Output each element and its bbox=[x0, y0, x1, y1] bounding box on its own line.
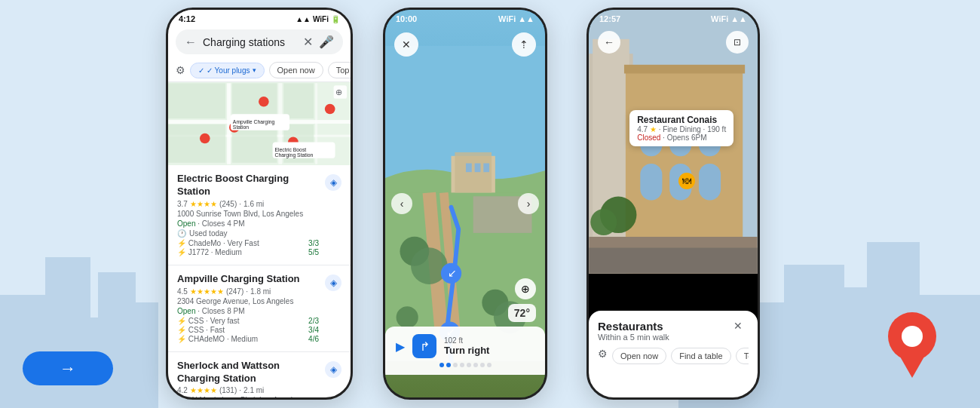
dot bbox=[487, 363, 492, 367]
result2-stars: ★★★★★ bbox=[190, 287, 224, 296]
top-rated-chip[interactable]: Top rated bbox=[328, 62, 351, 78]
phone3-time: 12:57 bbox=[599, 14, 620, 23]
phone2-share-button[interactable]: ⇡ bbox=[512, 32, 536, 57]
result2-meta: 4.5 ★★★★★ (247) · 1.8 mi bbox=[177, 287, 319, 296]
result2-charger2: ⚡ CSS · Fast 3/4 bbox=[177, 326, 319, 334]
phone1-status-icons: ▲▲ WiFi 🔋 bbox=[296, 15, 340, 23]
phone3-info-bubble[interactable]: Restaurant Conais 4.7 ★ · Fine Dining · … bbox=[629, 110, 733, 146]
phone2-compass[interactable]: ⊕ bbox=[515, 278, 536, 299]
clear-icon[interactable]: ✕ bbox=[303, 35, 313, 49]
result1-address: 1000 Sunrise Town Blvd, Los Angeles bbox=[177, 210, 319, 218]
result3-reviews: (131) bbox=[219, 386, 237, 394]
svg-rect-23 bbox=[168, 124, 225, 163]
phone2-status-bar: 10:00 WiFi ▲▲ bbox=[385, 10, 545, 25]
svg-point-50 bbox=[411, 247, 448, 284]
result3-stars: ★★★★ bbox=[190, 386, 217, 394]
phone3-find-table-chip[interactable]: Find a table bbox=[671, 348, 730, 364]
svg-rect-45 bbox=[466, 164, 472, 173]
phone1-time: 4:12 bbox=[179, 14, 195, 23]
your-plugs-chip[interactable]: ✓ ✓ Your plugs ▾ bbox=[190, 63, 265, 78]
phone3-street-view-button[interactable]: ⊡ bbox=[726, 31, 749, 54]
phone3-back-button[interactable]: ← bbox=[598, 31, 620, 54]
phone3-open-now-chip[interactable]: Open now bbox=[612, 348, 666, 364]
dot bbox=[446, 363, 451, 367]
svg-point-53 bbox=[397, 306, 418, 328]
phone2-aerial-view: ↙ ↙ ✕ ⇡ 72° ⊕ ‹ › ▶ ↱ 102 ft Turn right bbox=[385, 10, 545, 397]
phone2-right-arrow[interactable]: › bbox=[518, 193, 539, 214]
result2-address: 2304 George Avenue, Los Angeles bbox=[177, 297, 319, 305]
result1-charger1: ⚡ ChadeMo · Very Fast 3/3 bbox=[177, 239, 319, 247]
mic-icon[interactable]: 🎤 bbox=[319, 35, 334, 49]
wifi-icon: WiFi bbox=[313, 15, 329, 23]
phone2-left-arrow[interactable]: ‹ bbox=[391, 193, 412, 214]
result1-distance: 1.6 mi bbox=[243, 200, 264, 208]
phone1-status-bar: 4:12 ▲▲ WiFi 🔋 bbox=[168, 10, 351, 25]
result1-nav-icon[interactable]: ◈ bbox=[325, 174, 341, 191]
svg-text:Station: Station bbox=[233, 124, 249, 130]
svg-point-70 bbox=[590, 209, 617, 235]
filter-icon[interactable]: ⚙ bbox=[598, 348, 608, 364]
phone-3: 12:57 WiFi ▲▲ bbox=[586, 8, 760, 400]
signal-icon: ▲▲ bbox=[296, 15, 311, 23]
phone-2: 10:00 WiFi ▲▲ bbox=[383, 8, 547, 400]
result1-status: Open · Closes 4 PM bbox=[177, 219, 319, 228]
map-svg: Ampville Charging Station Electric Boost… bbox=[168, 82, 351, 165]
result2-nav-icon[interactable]: ◈ bbox=[325, 275, 341, 291]
svg-rect-44 bbox=[455, 152, 492, 192]
result3-address: 200 N Magic Lane Blvd, Los Angeles bbox=[177, 396, 319, 400]
svg-rect-17 bbox=[227, 83, 231, 164]
phone1-map[interactable]: Ampville Charging Station Electric Boost… bbox=[168, 82, 351, 165]
phone3-top-rated-chip[interactable]: Top-rated bbox=[736, 348, 749, 364]
svg-rect-68 bbox=[624, 65, 745, 74]
blue-arrow[interactable]: → bbox=[23, 351, 113, 385]
open-now-chip[interactable]: Open now bbox=[269, 62, 323, 78]
clock-icon: 🕐 bbox=[177, 229, 186, 238]
svg-point-29 bbox=[325, 104, 335, 115]
svg-rect-46 bbox=[475, 164, 481, 173]
result3-title: Sherlock and Wattson Charging Station bbox=[177, 360, 319, 385]
phone1-search-bar[interactable]: ← Charging stations ✕ 🎤 bbox=[176, 29, 343, 54]
bubble-title: Restaurant Conais bbox=[637, 115, 726, 125]
tune-icon[interactable]: ⚙ bbox=[176, 64, 185, 76]
phone3-status-icons: WiFi ▲▲ bbox=[711, 14, 747, 23]
svg-rect-65 bbox=[640, 164, 662, 201]
dot bbox=[460, 363, 464, 367]
phone2-status-icons: WiFi ▲▲ bbox=[498, 14, 534, 23]
check-icon: ✓ bbox=[198, 66, 204, 75]
result1-charger2: ⚡ J1772 · Medium 5/5 bbox=[177, 248, 319, 256]
result1-used: 🕐 Used today bbox=[177, 229, 319, 238]
result-item-1[interactable]: Electric Boost Charging Station 3.7 ★★★★… bbox=[168, 165, 351, 265]
result2-charger3: ⚡ CHAdeMO · Medium 4/6 bbox=[177, 335, 319, 343]
phone1-results-list: Electric Boost Charging Station 3.7 ★★★★… bbox=[168, 165, 351, 400]
bubble-distance: 190 ft bbox=[707, 125, 726, 133]
result3-distance: 2.1 mi bbox=[243, 386, 264, 394]
result1-title: Electric Boost Charging Station bbox=[177, 173, 319, 198]
phone3-street-content: ← ⊡ Restaurant Conais 4.7 ★ · Fine Dinin… bbox=[589, 10, 758, 397]
phone2-close-button[interactable]: ✕ bbox=[394, 32, 418, 57]
svg-rect-8 bbox=[784, 265, 844, 408]
phone2-progress-dots bbox=[396, 363, 534, 367]
result3-meta: 4.2 ★★★★ (131) · 2.1 mi bbox=[177, 386, 319, 394]
phone3-panel-header: Restaurants Within a 5 min walk ✕ bbox=[598, 320, 749, 342]
svg-rect-22 bbox=[283, 83, 314, 118]
result-item-3[interactable]: Sherlock and Wattson Charging Station 4.… bbox=[168, 352, 351, 400]
dot bbox=[473, 363, 478, 367]
result-item-2[interactable]: Ampville Charging Station 4.5 ★★★★★ (247… bbox=[168, 265, 351, 352]
back-icon[interactable]: ← bbox=[185, 35, 197, 49]
phone3-panel-title: Restaurants bbox=[598, 320, 669, 333]
svg-rect-21 bbox=[232, 83, 277, 118]
phone2-direction-text: 102 ft Turn right bbox=[444, 336, 489, 356]
phone3-panel-close[interactable]: ✕ bbox=[733, 320, 749, 335]
battery-icon: 🔋 bbox=[331, 15, 340, 23]
signal-icon: ▲▲ bbox=[518, 14, 534, 23]
result1-reviews: (245) bbox=[219, 200, 237, 208]
result2-rating: 4.5 bbox=[177, 287, 188, 296]
play-icon[interactable]: ▶ bbox=[396, 339, 405, 354]
result2-charger1: ⚡ CSS · Very fast 2/3 bbox=[177, 317, 319, 325]
phone-1: 4:12 ▲▲ WiFi 🔋 ← Charging stations ✕ 🎤 ⚙… bbox=[166, 8, 353, 400]
dot bbox=[467, 363, 471, 367]
phone3-restaurant-icon[interactable]: 🍽 bbox=[678, 173, 695, 189]
result1-rating: 3.7 bbox=[177, 200, 188, 208]
result3-nav-icon[interactable]: ◈ bbox=[325, 361, 341, 378]
phone2-distance: 102 ft bbox=[444, 336, 489, 345]
